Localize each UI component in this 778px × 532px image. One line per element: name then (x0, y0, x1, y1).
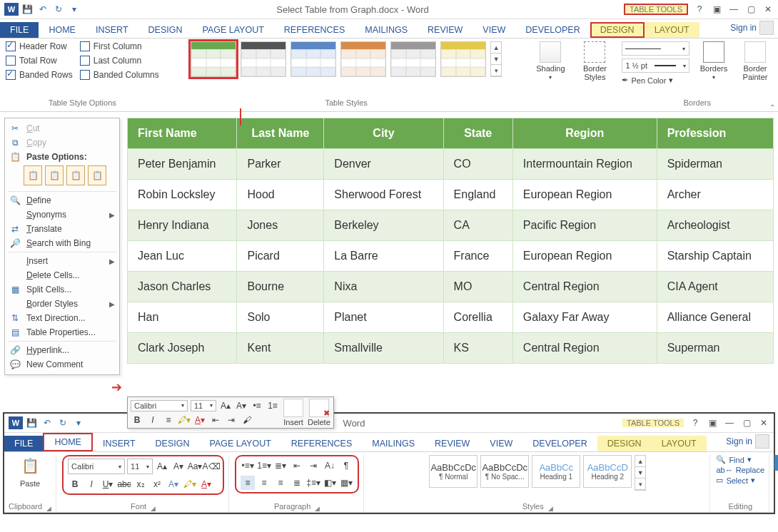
ribbon-display-icon[interactable]: ▣ (711, 4, 722, 15)
table-row[interactable]: HanSoloPlanetCorelliaGalaxy Far AwayAlli… (128, 302, 774, 333)
pen-color-button[interactable]: ✒ Pen Color ▾ (622, 76, 689, 85)
table-cell[interactable]: Clark Joseph (128, 333, 237, 364)
highlight-icon[interactable]: 🖍▾ (178, 414, 191, 426)
tab-developer[interactable]: DEVELOPER (522, 436, 597, 451)
opt-banded-columns[interactable]: Banded Columns (80, 70, 159, 80)
border-weight[interactable]: 1 ½ pt▾ (622, 58, 689, 73)
table-style-thumb-5[interactable] (390, 41, 436, 77)
table-cell[interactable]: CA (443, 210, 512, 241)
table-cell[interactable]: Robin Locksley (128, 180, 237, 210)
redo-icon[interactable]: ↻ (51, 2, 66, 16)
ctx-search-bing[interactable]: 🔎Search with Bing (5, 236, 119, 250)
style-gallery-scroll[interactable]: ▲▼▾ (490, 41, 502, 77)
bullets-icon[interactable]: •≡ (251, 399, 263, 412)
collapse-ribbon-icon[interactable]: ⌃ (769, 103, 775, 111)
undo-icon[interactable]: ↶ (40, 416, 54, 430)
table-cell[interactable]: Henry Indiana (128, 210, 237, 241)
maximize-icon[interactable]: ▢ (745, 4, 757, 15)
numbering-icon[interactable]: 1≡▾ (257, 459, 271, 473)
styles-gallery-scroll[interactable]: ▲▼▾ (635, 455, 646, 491)
col-first-name[interactable]: First Name (128, 118, 237, 149)
table-cell[interactable]: Picard (237, 241, 324, 272)
table-row[interactable]: Peter BenjaminParkerDenverCOIntermountai… (128, 149, 774, 180)
table-cell[interactable]: KS (443, 333, 512, 364)
table-cell[interactable]: Central Region (512, 272, 657, 302)
tab-tabletools-layout[interactable]: LAYOUT (652, 436, 707, 451)
help-icon[interactable]: ? (689, 417, 701, 429)
bold-icon[interactable]: B (131, 414, 143, 426)
table-cell[interactable]: European Region (512, 241, 657, 272)
tab-page-layout[interactable]: PAGE LAYOUT (199, 436, 281, 451)
col-last-name[interactable]: Last Name (237, 118, 324, 149)
table-row[interactable]: Robin LocksleyHoodSherwood ForestEngland… (128, 180, 774, 210)
ctx-border-styles[interactable]: Border Styles▶ (5, 297, 119, 311)
table-cell[interactable]: MO (443, 272, 512, 302)
tab-view[interactable]: VIEW (473, 22, 515, 38)
table-style-thumb-1[interactable] (191, 41, 236, 77)
tab-developer[interactable]: DEVELOPER (515, 22, 590, 38)
col-city[interactable]: City (324, 118, 443, 149)
table-style-thumb-4[interactable] (340, 41, 386, 77)
sort-icon[interactable]: A↓ (323, 459, 337, 473)
save-icon[interactable]: 💾 (20, 2, 34, 16)
opt-banded-rows[interactable]: Banded Rows (6, 70, 73, 80)
qat-customize-icon[interactable]: ▾ (67, 2, 81, 16)
sample-data-table[interactable]: First NameLast NameCityStateRegionProfes… (127, 118, 774, 364)
table-cell[interactable]: Denver (324, 149, 443, 180)
table-cell[interactable]: Spiderman (657, 149, 773, 180)
tab-home[interactable]: HOME (43, 433, 93, 451)
table-cell[interactable]: Berkeley (324, 210, 443, 241)
font-color-icon[interactable]: A▾ (193, 414, 206, 426)
mini-font-name[interactable]: Calibri▾ (131, 400, 188, 411)
table-cell[interactable]: Jason Charles (128, 272, 237, 302)
ctx-synonyms[interactable]: Synonyms▶ (5, 208, 119, 222)
paste-text-only-icon[interactable]: 📋 (88, 165, 106, 185)
table-cell[interactable]: CO (443, 149, 512, 180)
find-button[interactable]: 🔍 Find ▾ (716, 455, 764, 464)
table-row[interactable]: Jean LucPicardLa BarreFranceEuropean Reg… (128, 241, 774, 272)
tab-insert[interactable]: INSERT (86, 22, 138, 38)
border-painter-button[interactable]: Border Painter (738, 41, 772, 81)
paste-picture-icon[interactable]: 📋 (66, 165, 85, 185)
table-row[interactable]: Clark JosephKentSmallvilleKSCentral Regi… (128, 333, 774, 364)
table-style-thumb-2[interactable] (241, 41, 286, 77)
tab-file[interactable]: FILE (4, 436, 43, 451)
tab-file[interactable]: FILE (0, 22, 39, 38)
ribbon-display-icon[interactable]: ▣ (707, 417, 718, 429)
tab-home[interactable]: HOME (39, 22, 86, 38)
mini-insert-button[interactable]: Insert (283, 399, 303, 426)
shading-button[interactable]: Shading▾ (533, 41, 567, 81)
strikethrough-icon[interactable]: abc (117, 477, 131, 491)
align-icon[interactable]: ≡ (162, 414, 175, 426)
dialog-launcher-icon[interactable]: ◢ (315, 505, 320, 512)
save-icon[interactable]: 💾 (24, 416, 39, 430)
table-cell[interactable]: Corellia (443, 302, 512, 333)
style--no-spac-[interactable]: AaBbCcDc¶ No Spac... (480, 455, 529, 488)
paste-button[interactable]: Paste (20, 479, 40, 488)
borders-split-button[interactable]: Borders▾ (697, 41, 731, 81)
tab-mailings[interactable]: MAILINGS (355, 22, 418, 38)
col-state[interactable]: State (443, 118, 512, 149)
table-cell[interactable]: CIA Agent (657, 272, 773, 302)
decrease-indent-icon[interactable]: ⇤ (209, 414, 222, 426)
ctx-define[interactable]: 🔍Define (5, 193, 119, 208)
justify-icon[interactable]: ≣ (290, 476, 304, 490)
tab-insert[interactable]: INSERT (93, 436, 146, 451)
col-profession[interactable]: Profession (657, 118, 773, 149)
shrink-font-icon[interactable]: A▾ (171, 459, 186, 474)
dialog-launcher-icon[interactable]: ◢ (151, 505, 156, 512)
increase-indent-icon[interactable]: ⇥ (225, 414, 238, 426)
underline-icon[interactable]: U▾ (101, 477, 115, 491)
help-icon[interactable]: ? (694, 4, 705, 15)
paste-merge-icon[interactable]: 📋 (45, 165, 64, 185)
superscript-icon[interactable]: x² (150, 477, 164, 491)
undo-icon[interactable]: ↶ (36, 2, 50, 16)
increase-indent-icon[interactable]: ⇥ (306, 459, 320, 473)
opt-header-row[interactable]: Header Row (6, 41, 73, 51)
italic-icon[interactable]: I (84, 477, 98, 491)
table-row[interactable]: Henry IndianaJonesBerkeleyCAPacific Regi… (128, 210, 774, 241)
tab-mailings[interactable]: MAILINGS (362, 436, 425, 451)
tab-references[interactable]: REFERENCES (281, 436, 362, 451)
table-cell[interactable]: Bourne (237, 272, 324, 302)
ctx-insert[interactable]: Insert▶ (5, 254, 119, 268)
